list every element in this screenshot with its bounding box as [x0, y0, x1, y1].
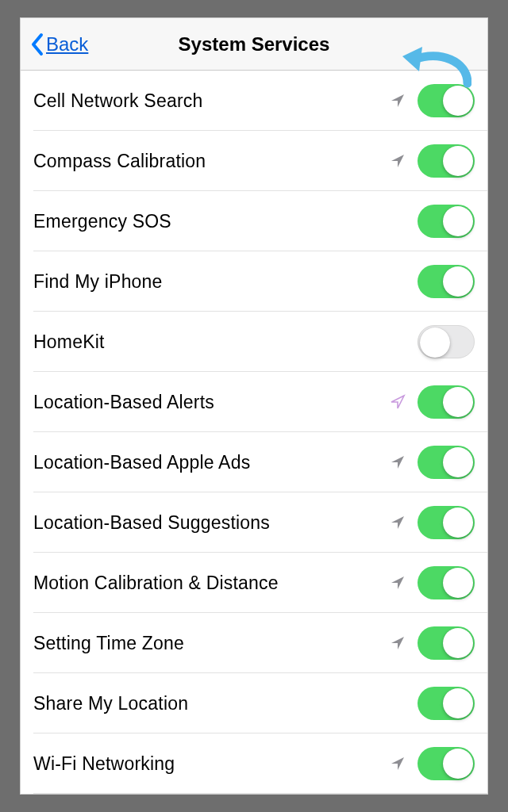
row-label: Location-Based Suggestions	[33, 512, 389, 534]
navbar: Back System Services	[21, 18, 487, 71]
location-arrow-icon	[389, 574, 406, 592]
row-location-based-apple-ads: Location-Based Apple Ads	[21, 432, 487, 492]
toggle-knob	[420, 327, 450, 358]
toggle-find-my-iphone[interactable]	[418, 265, 475, 298]
row-motion-calibration: Motion Calibration & Distance	[21, 553, 487, 613]
toggle-knob	[443, 206, 473, 236]
row-label: Emergency SOS	[33, 211, 418, 232]
toggle-knob	[443, 266, 473, 297]
location-arrow-icon	[389, 92, 406, 109]
chevron-left-icon	[30, 33, 44, 56]
row-label: Setting Time Zone	[33, 633, 389, 654]
location-arrow-icon	[389, 514, 406, 531]
row-label: Cell Network Search	[33, 90, 389, 112]
location-arrow-icon	[389, 454, 406, 471]
back-label: Back	[46, 33, 88, 56]
toggle-compass-calibration[interactable]	[418, 144, 475, 178]
row-label: Share My Location	[33, 693, 418, 714]
toggle-knob	[443, 628, 473, 658]
row-label: Wi-Fi Networking	[33, 753, 389, 775]
toggle-knob	[443, 508, 473, 538]
row-compass-calibration: Compass Calibration	[21, 131, 487, 191]
row-location-based-suggestions: Location-Based Suggestions	[21, 492, 487, 553]
toggle-motion-calibration[interactable]	[418, 566, 475, 599]
toggle-knob	[443, 387, 473, 417]
row-label: Motion Calibration & Distance	[33, 573, 389, 594]
location-arrow-icon	[389, 634, 406, 652]
toggle-setting-time-zone[interactable]	[418, 626, 475, 660]
toggle-emergency-sos[interactable]	[418, 205, 475, 238]
row-find-my-iphone: Find My iPhone	[21, 251, 487, 312]
toggle-location-based-apple-ads[interactable]	[418, 446, 475, 479]
row-label: HomeKit	[33, 331, 418, 353]
toggle-knob	[443, 688, 473, 718]
row-label: Compass Calibration	[33, 151, 389, 172]
back-button[interactable]: Back	[30, 18, 88, 70]
row-setting-time-zone: Setting Time Zone	[21, 613, 487, 673]
row-share-my-location: Share My Location	[21, 673, 487, 733]
row-homekit: HomeKit	[21, 312, 487, 372]
toggle-wifi-networking[interactable]	[418, 747, 475, 780]
row-location-based-alerts: Location-Based Alerts	[21, 372, 487, 432]
location-arrow-icon	[389, 755, 406, 772]
row-emergency-sos: Emergency SOS	[21, 191, 487, 251]
row-label: Location-Based Alerts	[33, 392, 389, 413]
row-wifi-networking: Wi-Fi Networking	[21, 733, 487, 794]
toggle-homekit[interactable]	[418, 325, 475, 358]
row-label: Location-Based Apple Ads	[33, 452, 389, 473]
row-label: Find My iPhone	[33, 271, 418, 293]
settings-list: Cell Network SearchCompass CalibrationEm…	[21, 71, 487, 795]
row-significant-locations[interactable]: Significant LocationsOff	[21, 794, 487, 795]
toggle-share-my-location[interactable]	[418, 687, 475, 720]
page-title: System Services	[179, 33, 330, 56]
toggle-knob	[443, 447, 473, 477]
toggle-location-based-alerts[interactable]	[418, 385, 475, 419]
toggle-knob	[443, 146, 473, 176]
location-arrow-icon	[389, 152, 406, 170]
row-cell-network-search: Cell Network Search	[21, 71, 487, 131]
location-arrow-icon	[389, 393, 406, 411]
toggle-cell-network-search[interactable]	[418, 84, 475, 117]
settings-screen: Back System Services Cell Network Search…	[20, 17, 488, 795]
toggle-location-based-suggestions[interactable]	[418, 506, 475, 539]
toggle-knob	[443, 86, 473, 116]
toggle-knob	[443, 749, 473, 779]
toggle-knob	[443, 568, 473, 598]
